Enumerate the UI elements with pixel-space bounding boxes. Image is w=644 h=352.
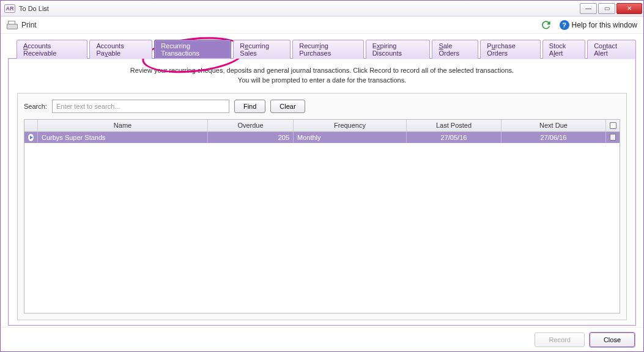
tab-stock-alert[interactable]: Stock Alert [542,40,585,59]
table-header: Name Overdue Frequency Last Posted Next … [24,120,620,132]
instructions-line-2: You will be prompted to enter a date for… [17,76,627,86]
row-overdue: 205 [208,132,294,143]
titlebar[interactable]: AR To Do List — ▭ ✕ [1,1,643,16]
toolbar: Print ? Help for this window [1,16,643,34]
tab-accounts-payable[interactable]: Accounts Payable [89,40,152,59]
table-empty-area [24,143,620,313]
row-last-posted: 27/05/16 [407,132,502,143]
col-header-action [24,120,38,131]
app-badge: AR [4,4,15,13]
tab-accounts-receivable[interactable]: Accounts Receivable [17,40,87,59]
transactions-table: Name Overdue Frequency Last Posted Next … [24,119,620,314]
search-label: Search: [24,103,47,110]
footer-bar: Record Close [1,327,643,351]
row-frequency: Monthly [294,132,407,143]
clear-button[interactable]: Clear [270,100,305,113]
maximize-button[interactable]: ▭ [598,3,615,14]
minimize-button[interactable]: — [580,3,597,14]
help-icon[interactable]: ? [560,20,569,30]
content-area: Accounts Receivable Accounts Payable Rec… [1,34,643,327]
tab-bar: Accounts Receivable Accounts Payable Rec… [8,40,636,59]
tab-expiring-discounts[interactable]: Expiring Discounts [366,40,431,59]
row-next-due: 27/06/16 [502,132,606,143]
find-button[interactable]: Find [234,100,265,113]
select-all-checkbox[interactable] [610,122,616,129]
help-link[interactable]: Help for this window [572,21,637,29]
close-window-button[interactable]: ✕ [616,3,642,14]
tab-panel: Review your recurring cheques, deposits … [8,58,636,326]
instructions-line-1: Review your recurring cheques, deposits … [17,66,627,76]
row-select[interactable] [606,132,620,143]
row-name: Curbys Super Stands [38,132,208,143]
col-header-next-due[interactable]: Next Due [502,120,606,131]
tab-recurring-transactions[interactable]: Recurring Transactions [154,40,231,59]
search-input[interactable] [52,100,229,113]
arrow-right-icon [28,134,34,141]
tab-sale-orders[interactable]: Sale Orders [432,40,478,59]
inner-panel: Search: Find Clear Name Overdue Frequenc… [17,93,627,320]
refresh-icon[interactable] [540,19,552,31]
col-header-last-posted[interactable]: Last Posted [407,120,502,131]
tab-purchase-orders[interactable]: Purchase Orders [480,40,540,59]
col-header-select-all[interactable] [606,120,620,131]
col-header-name[interactable]: Name [38,120,208,131]
tab-recurring-purchases[interactable]: Recurring Purchases [292,40,363,59]
print-icon[interactable] [7,21,18,29]
col-header-overdue[interactable]: Overdue [208,120,294,131]
tab-contact-alert[interactable]: Contact Alert [587,40,636,59]
table-row[interactable]: Curbys Super Stands 205 Monthly 27/05/16… [24,132,620,143]
close-button[interactable]: Close [590,332,635,347]
record-button[interactable]: Record [535,332,584,347]
window-frame: AR To Do List — ▭ ✕ Print ? Help for thi… [0,0,644,352]
search-row: Search: Find Clear [24,100,620,113]
tab-recurring-sales[interactable]: Recurring Sales [233,40,291,59]
print-button[interactable]: Print [21,21,37,29]
row-action-icon[interactable] [24,132,38,143]
col-header-frequency[interactable]: Frequency [294,120,407,131]
instructions-text: Review your recurring cheques, deposits … [17,66,627,86]
row-checkbox[interactable] [610,134,616,141]
window-title: To Do List [19,5,49,12]
